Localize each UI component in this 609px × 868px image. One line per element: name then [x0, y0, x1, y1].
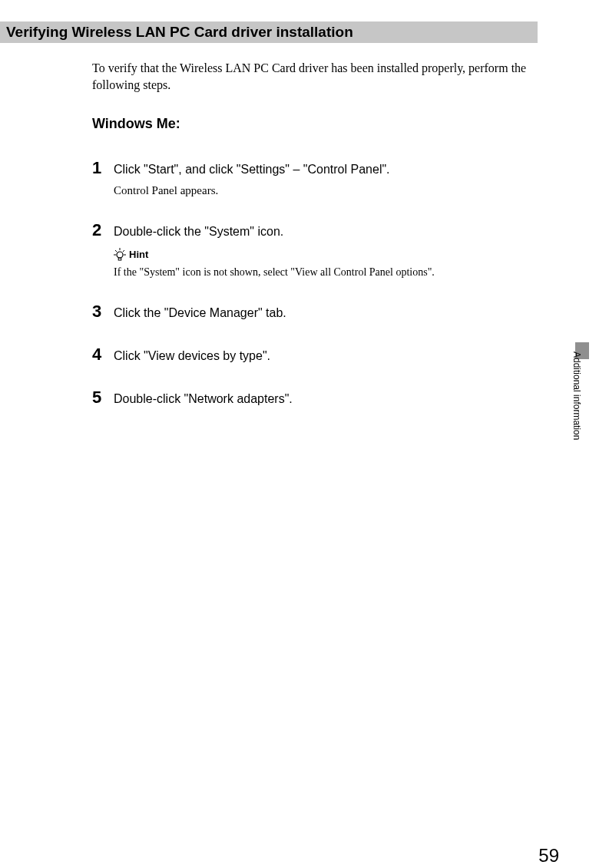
- step-text: Double-click "Network adapters".: [114, 391, 293, 408]
- step-sub-text: Control Panel appears.: [114, 184, 548, 197]
- lightbulb-icon: [114, 248, 126, 262]
- step-line: 5 Double-click "Network adapters".: [92, 388, 548, 408]
- page-number: 59: [538, 845, 559, 866]
- step-text: Click "View devices by type".: [114, 348, 270, 365]
- svg-point-5: [117, 252, 123, 258]
- step-number: 4: [92, 345, 114, 365]
- subheading: Windows Me:: [92, 116, 548, 132]
- side-label: Additional information: [571, 351, 582, 440]
- step-line: 1 Click "Start", and click "Settings" – …: [92, 158, 548, 178]
- step-2: 2 Double-click the "System" icon. Hint: [92, 220, 548, 279]
- step-number: 5: [92, 388, 114, 408]
- step-text: Double-click the "System" icon.: [114, 224, 283, 240]
- step-3: 3 Click the "Device Manager" tab.: [92, 302, 548, 322]
- side-tab: Additional information: [571, 351, 582, 474]
- step-line: 3 Click the "Device Manager" tab.: [92, 302, 548, 322]
- hint-label: Hint: [129, 249, 148, 260]
- step-line: 4 Click "View devices by type".: [92, 345, 548, 365]
- step-number: 1: [92, 158, 114, 178]
- section-title-bar: Verifying Wireless LAN PC Card driver in…: [0, 21, 538, 43]
- hint-text: If the "System" icon is not shown, selec…: [114, 266, 548, 279]
- hint-row: Hint: [114, 248, 548, 262]
- page: Verifying Wireless LAN PC Card driver in…: [0, 21, 609, 868]
- content-area: To verify that the Wireless LAN PC Card …: [92, 60, 548, 408]
- svg-rect-6: [118, 258, 121, 260]
- step-line: 2 Double-click the "System" icon.: [92, 220, 548, 240]
- step-number: 2: [92, 220, 114, 240]
- svg-line-2: [123, 250, 124, 252]
- step-5: 5 Double-click "Network adapters".: [92, 388, 548, 408]
- section-title: Verifying Wireless LAN PC Card driver in…: [0, 24, 353, 41]
- step-text: Click the "Device Manager" tab.: [114, 305, 286, 322]
- svg-line-1: [115, 250, 117, 252]
- intro-paragraph: To verify that the Wireless LAN PC Card …: [92, 60, 548, 94]
- step-4: 4 Click "View devices by type".: [92, 345, 548, 365]
- step-text: Click "Start", and click "Settings" – "C…: [114, 162, 390, 178]
- step-number: 3: [92, 302, 114, 322]
- step-1: 1 Click "Start", and click "Settings" – …: [92, 158, 548, 197]
